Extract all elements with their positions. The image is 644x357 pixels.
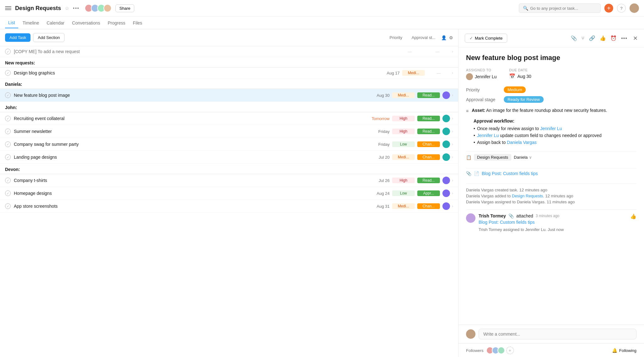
following-button[interactable]: 🔔 Following bbox=[612, 348, 636, 353]
branch-icon[interactable]: ⑂ bbox=[581, 36, 585, 41]
clock-icon[interactable]: ⏰ bbox=[610, 35, 617, 41]
paperclip-icon[interactable]: 📎 bbox=[571, 35, 577, 41]
due-date-value: Aug 30 bbox=[517, 74, 531, 79]
task-date: Aug 24 bbox=[377, 191, 390, 196]
link-icon[interactable]: 🔗 bbox=[589, 35, 595, 41]
task-name: [COPY ME] To add a new request bbox=[14, 49, 397, 54]
task-name: Company t-shirts bbox=[14, 178, 379, 183]
search-input[interactable] bbox=[530, 6, 597, 11]
add-task-button[interactable]: Add Task bbox=[5, 33, 31, 42]
task-name: Design blog graphics bbox=[14, 70, 387, 75]
meta-due-date: DUE DATE 📅 Aug 30 bbox=[509, 68, 531, 79]
workflow-link-jennifer1[interactable]: Jennifer Lu bbox=[540, 126, 562, 131]
close-button[interactable]: ✕ bbox=[633, 35, 638, 42]
section-header-john: John: bbox=[0, 102, 458, 112]
task-row[interactable]: ✓ Homepage designs Aug 24 Low Appr... › bbox=[0, 187, 458, 200]
detail-actions: 📎 ⑂ 🔗 👍 ⏰ ••• ✕ bbox=[571, 35, 638, 42]
task-row[interactable]: ✓ App store screenshots Aug 31 Medi... C… bbox=[0, 200, 458, 213]
task-row[interactable]: ✓ Company t-shirts Jul 26 High Read... › bbox=[0, 174, 458, 187]
task-date: Aug 17 bbox=[387, 71, 400, 75]
task-priority-badge: Medi... bbox=[392, 203, 415, 209]
project-title: Design Requests bbox=[15, 5, 61, 12]
task-row[interactable]: ✓ Landing page designs Jul 20 Medi... Ch… bbox=[0, 151, 458, 164]
comment-attachment-link[interactable]: Blog Post: Custom fields tips bbox=[479, 220, 535, 225]
task-arrow: › bbox=[452, 93, 453, 97]
workflow-link-jennifer2[interactable]: Jennifer Lu bbox=[477, 133, 499, 138]
task-check: ✓ bbox=[5, 154, 11, 160]
assigned-to-label: ASSIGNED TO bbox=[466, 68, 497, 72]
task-row[interactable]: ✓ Summer newsletter Friday High Read... … bbox=[0, 125, 458, 138]
task-approval-badge: Chan... bbox=[417, 154, 440, 160]
bullet: • bbox=[474, 140, 475, 145]
task-avatar bbox=[442, 140, 450, 148]
task-avatar bbox=[442, 177, 450, 184]
star-icon[interactable]: ☆ bbox=[65, 5, 69, 11]
project-tag: Design Requests bbox=[474, 154, 511, 161]
task-priority-badge: Low bbox=[392, 190, 415, 196]
workflow-item-2: • Jennifer Lu update custom field to cha… bbox=[474, 133, 636, 138]
user-avatar[interactable] bbox=[630, 3, 639, 13]
task-check: ✓ bbox=[5, 129, 11, 134]
task-avatar bbox=[442, 202, 450, 210]
more-options-icon[interactable]: ••• bbox=[73, 6, 80, 11]
task-name: Summer newsletter bbox=[14, 129, 378, 134]
like-button[interactable]: 👍 bbox=[630, 213, 636, 219]
add-section-button[interactable]: Add Section bbox=[33, 33, 64, 42]
task-name: Homepage designs bbox=[14, 191, 377, 196]
tab-progress[interactable]: Progress bbox=[105, 18, 129, 28]
bullet: • bbox=[474, 126, 475, 131]
task-name: App store screenshots bbox=[14, 204, 377, 209]
description-prefix: Asset: bbox=[472, 108, 485, 113]
filter-options-icon[interactable]: ⚙ bbox=[449, 35, 453, 40]
task-check: ✓ bbox=[5, 49, 11, 54]
tab-calendar[interactable]: Calendar bbox=[43, 18, 68, 28]
task-dash2: — bbox=[425, 49, 450, 54]
tab-conversations[interactable]: Conversations bbox=[69, 18, 103, 28]
description-icon: ≡ bbox=[466, 108, 469, 113]
hamburger-menu[interactable] bbox=[5, 5, 11, 11]
detail-title: New feature blog post image bbox=[466, 54, 636, 62]
task-name: Company swag for summer party bbox=[14, 142, 378, 147]
more-options-icon[interactable]: ••• bbox=[621, 36, 627, 41]
detail-meta: ASSIGNED TO Jennifer Lu DUE DATE 📅 Aug 3… bbox=[466, 68, 636, 80]
detail-header: ✓ Mark Complete 📎 ⑂ 🔗 👍 ⏰ ••• ✕ bbox=[458, 29, 644, 47]
workflow-item-3: • Assign back to Daniela Vargas bbox=[474, 140, 636, 145]
description-text: An image for the feature roundup about n… bbox=[486, 108, 607, 113]
task-approval-badge: Read... bbox=[417, 178, 440, 183]
mark-complete-button[interactable]: ✓ Mark Complete bbox=[465, 34, 507, 43]
task-row[interactable]: ✓ Recruiting event collateral Tomorrow H… bbox=[0, 112, 458, 125]
task-date: Jul 26 bbox=[379, 178, 390, 183]
follower-avatar-3 bbox=[497, 347, 505, 354]
thumbsup-icon[interactable]: 👍 bbox=[600, 35, 606, 41]
workflow-link-daniela[interactable]: Daniela Vargas bbox=[507, 140, 537, 145]
comment-input[interactable] bbox=[479, 329, 636, 339]
attachment-link[interactable]: Blog Post: Custom fields tips bbox=[482, 171, 538, 176]
field-label-approval: Approval stage bbox=[466, 97, 504, 102]
help-button[interactable]: ? bbox=[617, 4, 626, 13]
section-header-daniela: Daniela: bbox=[0, 79, 458, 89]
task-arrow: › bbox=[452, 129, 453, 134]
task-date: Jul 20 bbox=[379, 155, 390, 160]
tab-timeline[interactable]: Timeline bbox=[19, 18, 42, 28]
task-row-selected[interactable]: ✓ New feature blog post image Aug 30 Med… bbox=[0, 89, 458, 102]
tab-list[interactable]: List bbox=[5, 18, 18, 28]
task-row-template[interactable]: ✓ [COPY ME] To add a new request — — › bbox=[0, 46, 458, 57]
filter-person-icon[interactable]: 👤 bbox=[441, 35, 447, 40]
calendar-icon: 📅 bbox=[509, 73, 515, 79]
task-name: Recruiting event collateral bbox=[14, 116, 372, 121]
share-button[interactable]: Share bbox=[115, 4, 135, 12]
add-button[interactable]: + bbox=[604, 4, 613, 13]
search-bar[interactable]: 🔍 bbox=[519, 3, 601, 13]
task-approval-dash: — bbox=[427, 71, 450, 75]
add-follower-button[interactable]: + bbox=[506, 347, 514, 354]
meta-assigned: ASSIGNED TO Jennifer Lu bbox=[466, 68, 497, 80]
workflow-item-1: • Once ready for review assign to Jennif… bbox=[474, 126, 636, 131]
priority-badge: Medium bbox=[504, 86, 526, 93]
activity-link[interactable]: Design Requests bbox=[512, 194, 543, 198]
followers-bar: Followers + 🔔 Following bbox=[458, 343, 644, 357]
tab-files[interactable]: Files bbox=[130, 18, 146, 28]
task-priority-badge: High bbox=[392, 129, 415, 134]
task-row[interactable]: ✓ Design blog graphics Aug 17 Medi... — … bbox=[0, 68, 458, 79]
task-priority-badge: Medi... bbox=[392, 92, 415, 98]
task-row[interactable]: ✓ Company swag for summer party Friday L… bbox=[0, 138, 458, 151]
